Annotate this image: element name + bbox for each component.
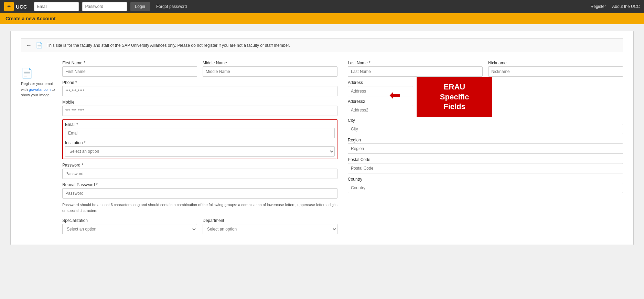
nickname-label: Nickname [488, 61, 623, 65]
erau-box: ERAU Specific Fields [417, 77, 492, 117]
logo-icon: ✦ [4, 2, 14, 11]
erau-line2: Specific [440, 93, 469, 101]
address-group: Address [348, 80, 413, 96]
info-banner: ← 📄 This site is for the faculty and sta… [21, 38, 623, 52]
city-group: City [348, 118, 623, 134]
department-group: Department Select an option [203, 218, 337, 234]
middle-name-group: Middle Name [203, 61, 337, 77]
department-label: Department [203, 218, 337, 223]
address-label: Address [348, 80, 413, 85]
last-name-label: Last Name * [348, 61, 483, 65]
mobile-label: Mobile [62, 100, 337, 105]
highlighted-box: Email * Institution * Select an option [62, 119, 337, 159]
country-input[interactable] [348, 183, 623, 193]
nav-email-input[interactable] [34, 2, 79, 11]
middle-name-input[interactable] [203, 66, 337, 77]
cols-wrapper: First Name * Middle Name Phone * [62, 61, 623, 234]
phone-label: Phone * [62, 80, 337, 85]
address2-label: Address2 [348, 99, 413, 104]
postal-code-label: Postal Code [348, 157, 623, 162]
about-link[interactable]: About the UCC [612, 4, 640, 9]
right-col: Last Name * Nickname ERAU Specific [348, 61, 623, 234]
brand-label: UCC [16, 4, 27, 10]
postal-code-group: Postal Code [348, 157, 623, 173]
password-label: Password * [62, 163, 337, 168]
doc-icon: 📄 [36, 42, 43, 49]
password-hint: Password should be at least 6 characters… [62, 202, 337, 213]
gravatar-link[interactable]: gravatar.com [29, 87, 51, 92]
specialization-group: Specialization Select an option [62, 218, 197, 234]
nickname-group: Nickname [488, 61, 623, 77]
institution-label: Institution * [65, 140, 335, 145]
brand: ✦ UCC [4, 2, 27, 11]
mobile-group: Mobile [62, 100, 337, 116]
left-col: First Name * Middle Name Phone * [62, 61, 337, 234]
first-name-input[interactable] [62, 66, 197, 77]
erau-line1: ERAU [444, 83, 465, 91]
forgot-password-link[interactable]: Forgot password [156, 4, 187, 9]
phone-input[interactable] [62, 86, 337, 96]
specialization-label: Specialization [62, 218, 197, 223]
middle-name-label: Middle Name [203, 61, 337, 65]
department-select[interactable]: Select an option [203, 224, 337, 234]
last-name-group: Last Name * [348, 61, 483, 77]
avatar-icon: 📄 [21, 67, 55, 79]
bottom-row: Specialization Select an option Departme… [62, 218, 337, 234]
country-label: Country [348, 177, 623, 182]
page-title: Create a new Account [6, 16, 56, 21]
last-name-input[interactable] [348, 66, 483, 77]
avatar-text: Register your email with gravatar.com to… [21, 81, 55, 98]
institution-select[interactable]: Select an option [65, 146, 335, 157]
navbar-right: Register About the UCC [591, 4, 640, 9]
nav-password-input[interactable] [82, 2, 127, 11]
login-button[interactable]: Login [130, 2, 150, 11]
city-label: City [348, 118, 623, 123]
erau-overlay-container: ERAU Specific Fields ➡ Address [348, 80, 623, 115]
avatar-col: 📄 Register your email with gravatar.com … [21, 61, 55, 234]
email-input[interactable] [65, 128, 335, 138]
page-title-bar: Create a new Account [0, 13, 644, 24]
nickname-input[interactable] [488, 66, 623, 77]
name-row: First Name * Middle Name [62, 61, 337, 77]
email-label: Email * [65, 122, 335, 127]
address2-group: Address2 [348, 99, 413, 115]
address-fields: Address Address2 [348, 80, 413, 115]
region-label: Region [348, 138, 623, 142]
password-input[interactable] [62, 169, 337, 179]
address2-input[interactable] [348, 105, 413, 115]
country-group: Country [348, 177, 623, 193]
repeat-password-label: Repeat Password * [62, 182, 337, 187]
first-name-label: First Name * [62, 61, 197, 65]
form-card: ← 📄 This site is for the faculty and sta… [10, 31, 634, 245]
first-name-group: First Name * [62, 61, 197, 77]
mobile-input[interactable] [62, 106, 337, 116]
form-body: 📄 Register your email with gravatar.com … [21, 61, 623, 234]
postal-code-input[interactable] [348, 163, 623, 173]
register-link[interactable]: Register [591, 4, 606, 9]
main-content: ← 📄 This site is for the faculty and sta… [0, 24, 644, 252]
region-input[interactable] [348, 143, 623, 154]
password-group: Password * [62, 163, 337, 179]
email-group: Email * [65, 122, 335, 138]
phone-group: Phone * [62, 80, 337, 96]
erau-line3: Fields [443, 102, 465, 111]
back-icon[interactable]: ← [26, 42, 32, 49]
navbar: ✦ UCC Login Forgot password Register Abo… [0, 0, 644, 13]
region-group: Region [348, 138, 623, 154]
repeat-password-group: Repeat Password * [62, 182, 337, 199]
institution-group: Institution * Select an option [65, 140, 335, 157]
address-input[interactable] [348, 86, 413, 96]
arrow-icon: ➡ [389, 87, 401, 103]
repeat-password-input[interactable] [62, 188, 337, 199]
specialization-select[interactable]: Select an option [62, 224, 197, 234]
info-banner-text: This site is for the faculty and staff o… [47, 43, 290, 48]
lastname-row: Last Name * Nickname [348, 61, 623, 77]
city-input[interactable] [348, 124, 623, 134]
